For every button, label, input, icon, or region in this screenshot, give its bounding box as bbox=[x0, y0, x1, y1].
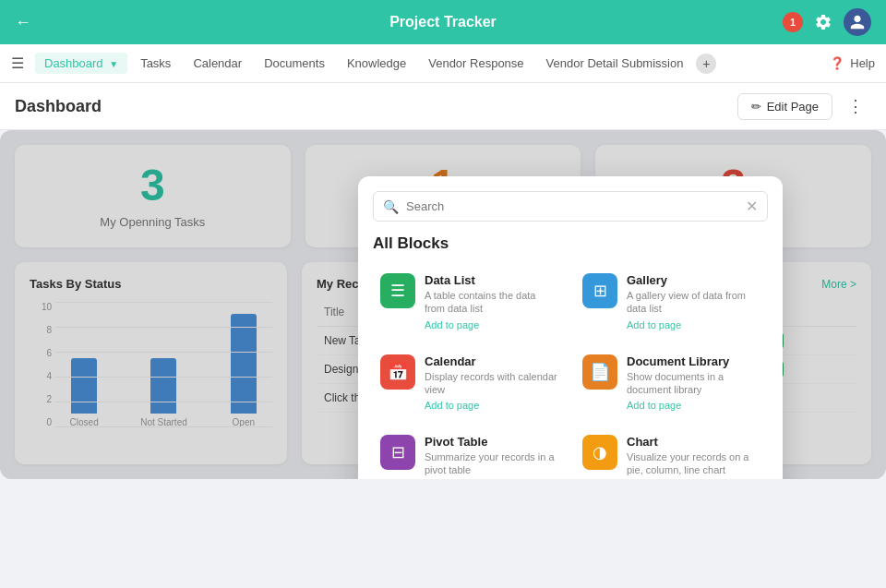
secondary-nav: ☰ Dashboard ▼ Tasks Calendar Documents K… bbox=[0, 44, 886, 83]
block-item[interactable]: ◑ Chart Visualize your records on a pie,… bbox=[575, 427, 768, 479]
block-name: Pivot Table bbox=[425, 435, 558, 449]
blocks-modal: 🔍 ✕ All Blocks ☰ Data List A table conta… bbox=[358, 176, 783, 479]
block-desc: Display records with calendar view bbox=[425, 370, 558, 397]
block-icon-2: 📅 bbox=[380, 354, 415, 390]
page-header: Dashboard ✏ Edit Page ⋮ bbox=[0, 83, 886, 130]
block-add-link[interactable]: Add to page bbox=[425, 400, 558, 411]
block-icon-1: ⊞ bbox=[582, 273, 617, 308]
search-icon: 🔍 bbox=[383, 199, 399, 214]
block-item[interactable]: 📅 Calendar Display records with calendar… bbox=[373, 347, 566, 419]
nav-item-tasks[interactable]: Tasks bbox=[131, 53, 180, 74]
block-add-link[interactable]: Add to page bbox=[627, 319, 760, 330]
block-icon-3: 📄 bbox=[582, 354, 617, 390]
page-header-actions: ✏ Edit Page ⋮ bbox=[737, 92, 871, 120]
hamburger-icon[interactable]: ☰ bbox=[11, 54, 24, 72]
block-desc: Summarize your records in a pivot table bbox=[425, 450, 558, 477]
block-desc: Visualize your records on a pie, column,… bbox=[627, 450, 760, 477]
block-name: Document Library bbox=[627, 354, 760, 368]
block-desc: A table contains the data from data list bbox=[425, 289, 558, 316]
edit-icon: ✏ bbox=[751, 100, 761, 114]
edit-page-button[interactable]: ✏ Edit Page bbox=[737, 93, 832, 120]
blocks-grid: ☰ Data List A table contains the data fr… bbox=[373, 266, 768, 479]
add-tab-button[interactable]: + bbox=[696, 54, 716, 74]
user-avatar[interactable] bbox=[844, 8, 871, 36]
search-input[interactable] bbox=[406, 199, 738, 213]
block-item[interactable]: 📄 Document Library Show documents in a d… bbox=[575, 347, 768, 419]
settings-icon[interactable] bbox=[814, 13, 832, 31]
app-title: Project Tracker bbox=[389, 14, 497, 30]
search-bar: 🔍 ✕ bbox=[373, 191, 768, 222]
block-desc: A gallery view of data from data list bbox=[627, 289, 760, 316]
more-options-button[interactable]: ⋮ bbox=[840, 92, 871, 120]
block-name: Chart bbox=[627, 435, 760, 449]
back-button[interactable]: ← bbox=[15, 13, 31, 32]
block-info-1: Gallery A gallery view of data from data… bbox=[627, 273, 760, 330]
notification-badge[interactable]: 1 bbox=[783, 12, 803, 32]
nav-item-documents[interactable]: Documents bbox=[255, 53, 334, 74]
dropdown-arrow-icon: ▼ bbox=[109, 59, 118, 69]
block-item[interactable]: ☰ Data List A table contains the data fr… bbox=[373, 266, 566, 338]
block-add-link[interactable]: Add to page bbox=[627, 400, 760, 411]
block-icon-5: ◑ bbox=[582, 435, 617, 470]
block-desc: Show documents in a document library bbox=[627, 370, 760, 397]
block-icon-0: ☰ bbox=[380, 273, 415, 308]
page-title: Dashboard bbox=[15, 97, 102, 116]
nav-item-knowledge[interactable]: Knowledge bbox=[338, 53, 415, 74]
help-icon: ❓ bbox=[830, 56, 844, 70]
block-info-2: Calendar Display records with calendar v… bbox=[425, 354, 558, 412]
top-bar: ← Project Tracker 1 bbox=[0, 0, 886, 44]
block-info-3: Document Library Show documents in a doc… bbox=[627, 354, 760, 412]
block-name: Calendar bbox=[425, 354, 558, 368]
nav-item-calendar[interactable]: Calendar bbox=[184, 53, 251, 74]
help-button[interactable]: ❓ Help bbox=[830, 56, 875, 70]
block-name: Data List bbox=[425, 273, 558, 287]
block-info-0: Data List A table contains the data from… bbox=[425, 273, 558, 330]
block-name: Gallery bbox=[627, 273, 760, 287]
block-add-link[interactable]: Add to page bbox=[425, 319, 558, 330]
block-info-4: Pivot Table Summarize your records in a … bbox=[425, 435, 558, 479]
modal-title: All Blocks bbox=[373, 234, 768, 253]
block-info-5: Chart Visualize your records on a pie, c… bbox=[627, 435, 760, 479]
main-content: 3 My Openning Tasks 1 Cloased Tasks 3 Hi… bbox=[0, 130, 886, 479]
close-icon[interactable]: ✕ bbox=[746, 198, 758, 215]
block-icon-4: ⊟ bbox=[380, 435, 415, 470]
nav-item-vendor-detail[interactable]: Vendor Detail Submission bbox=[537, 53, 693, 74]
block-item[interactable]: ⊞ Gallery A gallery view of data from da… bbox=[575, 266, 768, 338]
top-bar-right: 1 bbox=[783, 8, 871, 36]
nav-item-dashboard[interactable]: Dashboard ▼ bbox=[35, 53, 127, 74]
block-item[interactable]: ⊟ Pivot Table Summarize your records in … bbox=[373, 427, 566, 479]
nav-item-vendor-response[interactable]: Vendor Response bbox=[419, 53, 533, 74]
